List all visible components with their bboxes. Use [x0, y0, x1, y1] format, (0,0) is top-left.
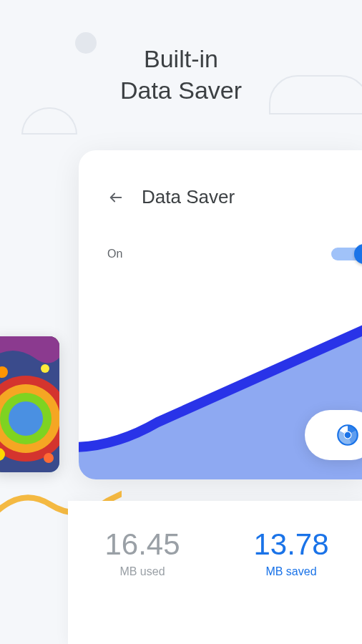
hero-line-2: Data Saver: [0, 74, 362, 106]
stat-mb-saved: 13.78 MB saved: [217, 530, 362, 578]
hero-title: Built-in Data Saver: [0, 43, 362, 106]
stats-card: 16.45 MB used 13.78 MB saved: [68, 501, 362, 644]
chrome-icon: [337, 424, 358, 446]
stat-used-label: MB used: [68, 565, 217, 578]
toggle-label: On: [107, 248, 122, 260]
svg-point-6: [41, 364, 49, 373]
chrome-pill[interactable]: [305, 410, 362, 460]
bg-decoration-cloud: [21, 107, 77, 135]
svg-point-8: [44, 453, 54, 463]
data-saver-toggle[interactable]: [331, 244, 362, 264]
stat-used-value: 16.45: [68, 530, 217, 560]
card-title: Data Saver: [142, 186, 235, 208]
stat-mb-used: 16.45 MB used: [68, 530, 217, 578]
card-header: Data Saver: [107, 186, 362, 208]
svg-point-12: [345, 432, 351, 439]
toggle-row: On: [107, 244, 362, 264]
svg-point-4: [9, 401, 43, 436]
stat-saved-label: MB saved: [217, 565, 362, 578]
decorative-art-tile: [0, 336, 59, 472]
back-arrow-icon[interactable]: [107, 189, 124, 206]
hero-line-1: Built-in: [0, 43, 362, 74]
stat-saved-value: 13.78: [217, 530, 362, 560]
